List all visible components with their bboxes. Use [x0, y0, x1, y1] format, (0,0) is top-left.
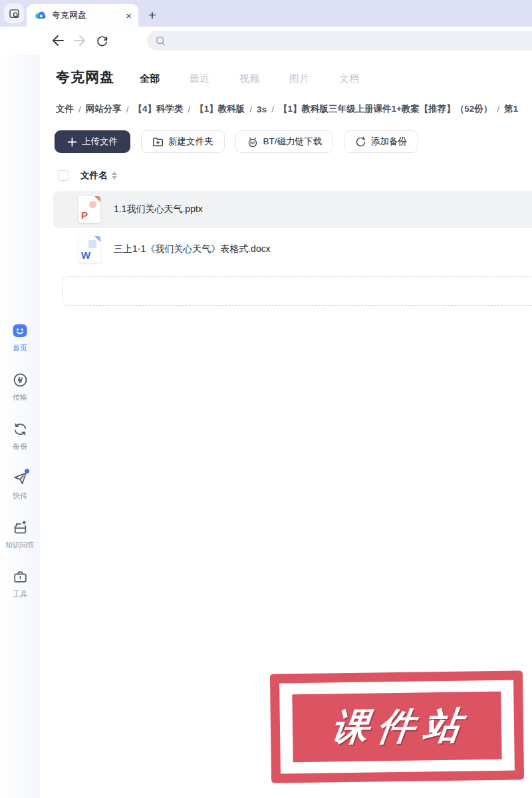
breadcrumb-separator: /: [497, 104, 499, 114]
sidebar-label: 首页: [13, 343, 27, 353]
ppt-file-icon: P: [78, 196, 100, 223]
bt-download-button[interactable]: BT BT/磁力链下载: [235, 130, 334, 153]
backup-icon: [11, 420, 29, 438]
tools-icon: [11, 568, 29, 585]
file-list-header: 文件名: [40, 169, 532, 182]
add-backup-label: 添加备份: [371, 136, 407, 148]
quark-logo-icon: [35, 9, 47, 21]
sidebar-label: 工具: [13, 589, 27, 599]
window-search-icon: [9, 8, 20, 19]
browser-toolbar: [0, 27, 532, 55]
quick-send-icon: [11, 469, 29, 487]
address-search-bar[interactable]: [147, 31, 532, 51]
tab-all[interactable]: 全部: [140, 72, 160, 85]
backup-loop-icon: [355, 136, 366, 148]
file-row[interactable]: W 三上1-1《我们关心天气》表格式.docx: [53, 231, 532, 268]
breadcrumb-item[interactable]: 【1】教科版: [195, 103, 245, 115]
breadcrumb-item[interactable]: 3s: [257, 104, 267, 114]
sidebar-item-transfer[interactable]: 传输: [11, 371, 29, 402]
upload-drop-zone[interactable]: [62, 276, 532, 306]
watermark-stamp: 课件站: [270, 670, 524, 783]
add-backup-button[interactable]: 添加备份: [344, 130, 418, 153]
breadcrumb: 文件 / 网站分享 / 【4】科学类 / 【1】教科版 / 3s / 【1】教科…: [40, 103, 532, 115]
tab-recent[interactable]: 最近: [190, 72, 209, 85]
browser-chrome: 夸克网盘 × +: [0, 0, 532, 27]
knowledge-icon: [11, 519, 29, 536]
filename-column-header: 文件名: [80, 170, 108, 182]
sidebar-label: 知识问答: [5, 540, 35, 550]
sidebar-item-knowledge[interactable]: 知识问答: [5, 519, 35, 550]
bt-download-label: BT/磁力链下载: [263, 136, 323, 148]
upload-file-button[interactable]: 上传文件: [55, 130, 130, 153]
new-folder-label: 新建文件夹: [168, 136, 213, 148]
sidebar-item-backup[interactable]: 备份: [11, 420, 29, 452]
file-row[interactable]: P 1.1我们关心天气.pptx: [53, 191, 532, 228]
quark-drive-window: 夸克网盘 × +: [0, 0, 532, 798]
new-tab-button[interactable]: +: [141, 4, 164, 27]
breadcrumb-item[interactable]: 网站分享: [86, 103, 122, 115]
breadcrumb-separator: /: [249, 104, 252, 114]
breadcrumb-separator: /: [188, 104, 191, 114]
notification-dot: [25, 469, 29, 473]
icon-decor: [89, 201, 96, 208]
breadcrumb-item[interactable]: 文件: [56, 103, 74, 115]
file-type-letter: P: [81, 209, 88, 221]
upload-file-label: 上传文件: [82, 136, 118, 148]
browser-tab[interactable]: 夸克网盘 ×: [27, 4, 138, 27]
select-all-checkbox[interactable]: [58, 170, 68, 181]
sidebar-item-quick-send[interactable]: 快传: [11, 469, 29, 501]
sidebar-item-tools[interactable]: 工具: [11, 568, 29, 599]
file-rows: P 1.1我们关心天气.pptx W 三上1-1《我们关心天气》表格式.docx: [40, 191, 532, 268]
breadcrumb-separator: /: [271, 104, 274, 114]
file-type-letter: W: [81, 249, 90, 261]
sidebar: 首页 传输 备份: [0, 55, 40, 798]
refresh-icon[interactable]: [94, 33, 109, 48]
transfer-icon: [11, 371, 29, 388]
forward-icon[interactable]: [72, 33, 87, 48]
tab-close-icon[interactable]: ×: [126, 11, 132, 21]
home-icon: [11, 322, 29, 339]
icon-decor: [88, 240, 96, 248]
page-title: 夸克网盘: [56, 68, 114, 86]
action-bar: 上传文件 新建文件夹 BT: [40, 130, 532, 153]
bt-icon: BT: [247, 136, 259, 148]
watermark-stamp-fill: 课件站: [292, 692, 501, 762]
main-content: 夸克网盘 全部 最近 视频 图片 文档 文件 / 网站分享 / 【4】科学类 /…: [40, 55, 532, 306]
tab-title: 夸克网盘: [52, 9, 126, 21]
svg-text:BT: BT: [250, 141, 255, 145]
sort-icon[interactable]: [112, 172, 117, 180]
tab-videos[interactable]: 视频: [239, 72, 259, 85]
word-file-icon: W: [78, 236, 100, 263]
new-folder-button[interactable]: 新建文件夹: [141, 130, 225, 153]
category-tabs: 全部 最近 视频 图片 文档: [140, 72, 389, 85]
breadcrumb-item[interactable]: 【1】教科版三年级上册课件1+教案【推荐】（52份）: [279, 103, 492, 115]
breadcrumb-item[interactable]: 【4】科学类: [134, 103, 184, 115]
search-icon: [155, 35, 166, 47]
tab-images[interactable]: 图片: [289, 72, 309, 85]
breadcrumb-separator: /: [78, 104, 81, 114]
folder-plus-icon: [152, 137, 164, 147]
tab-docs[interactable]: 文档: [339, 72, 359, 85]
page-header: 夸克网盘 全部 最近 视频 图片 文档: [40, 55, 532, 86]
back-icon[interactable]: [51, 33, 65, 48]
sidebar-label: 快传: [13, 491, 27, 501]
sidebar-item-home[interactable]: 首页: [11, 322, 29, 353]
file-name: 三上1-1《我们关心天气》表格式.docx: [114, 243, 271, 255]
breadcrumb-item[interactable]: 第1: [504, 103, 518, 115]
sidebar-label: 备份: [13, 442, 27, 452]
tab-search-button[interactable]: [4, 3, 24, 23]
watermark-text: 课件站: [322, 700, 473, 753]
file-name: 1.1我们关心天气.pptx: [114, 203, 203, 215]
breadcrumb-separator: /: [126, 104, 129, 114]
plus-icon: [67, 137, 77, 147]
sidebar-label: 传输: [13, 392, 27, 402]
